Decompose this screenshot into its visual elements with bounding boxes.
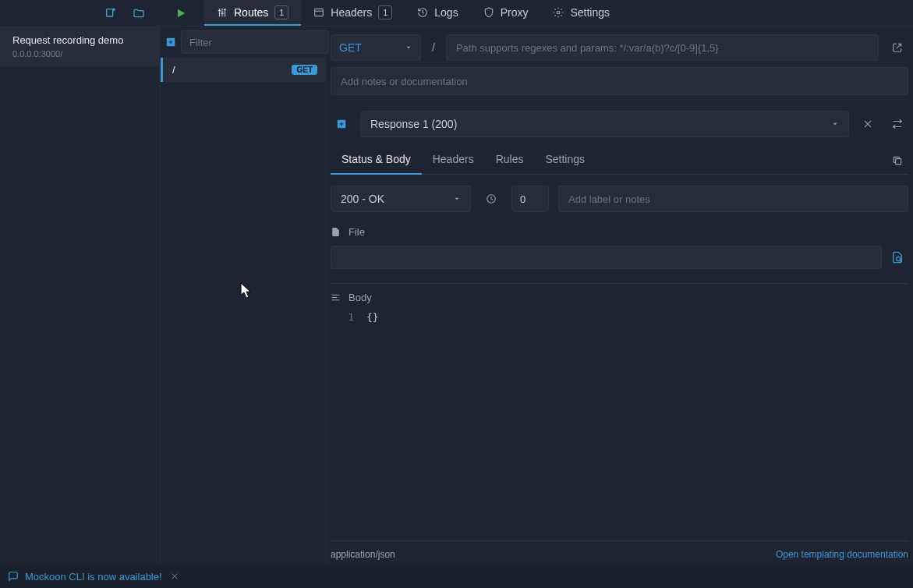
file-row [331, 246, 908, 269]
env-name: Request recording demo [12, 34, 149, 46]
nav-settings[interactable]: Settings [540, 0, 622, 26]
gear-icon [553, 7, 564, 18]
nav-settings-label: Settings [570, 6, 610, 19]
routes-toolbar [161, 27, 325, 58]
shuffle-response-button[interactable] [886, 113, 908, 135]
path-input[interactable] [446, 34, 879, 61]
method-select-value: GET [339, 41, 362, 54]
file-browse-button[interactable] [886, 246, 908, 268]
tab-status-body[interactable]: Status & Body [331, 147, 422, 175]
chevron-down-icon [831, 120, 839, 128]
nav-headers[interactable]: Headers 1 [301, 0, 405, 26]
env-address: 0.0.0.0:3000/ [12, 49, 149, 58]
shield-icon [483, 7, 494, 18]
templating-doc-link[interactable]: Open templating documentation [776, 549, 908, 560]
status-close-button[interactable] [170, 572, 179, 581]
layout-icon [313, 7, 324, 18]
chevron-down-icon [453, 195, 461, 203]
sliders-icon [217, 7, 228, 18]
clock-icon [480, 188, 502, 210]
svg-rect-5 [896, 158, 901, 164]
nav-headers-count: 1 [378, 5, 392, 19]
file-path-input[interactable] [331, 246, 882, 269]
content-type: application/json [331, 549, 395, 560]
svg-point-2 [557, 11, 561, 14]
nav-logs[interactable]: Logs [405, 0, 470, 26]
svg-rect-1 [315, 9, 324, 16]
open-external-button[interactable] [886, 34, 908, 61]
align-left-icon [331, 292, 341, 303]
history-icon [417, 7, 428, 18]
new-env-button[interactable] [97, 0, 125, 26]
top-bar: Routes 1 Headers 1 Logs Proxy Se [0, 0, 913, 27]
route-method-badge: GET [292, 65, 317, 75]
routes-column: / GET [161, 27, 326, 565]
status-row: 200 - OK [331, 186, 908, 212]
response-select-value: Response 1 (200) [370, 118, 457, 130]
nav-proxy[interactable]: Proxy [471, 0, 541, 26]
top-bar-left [0, 0, 195, 26]
body-content: {} [366, 311, 379, 323]
file-section-label: File [331, 226, 908, 238]
response-tabs: Status & Body Headers Rules Settings [331, 147, 908, 175]
play-button[interactable] [167, 0, 195, 26]
tab-settings[interactable]: Settings [534, 147, 596, 175]
tab-headers[interactable]: Headers [422, 147, 485, 175]
editor-gutter: 1 [331, 308, 362, 520]
file-icon [331, 227, 341, 237]
route-path: / [172, 64, 175, 76]
top-nav: Routes 1 Headers 1 Logs Proxy Se [204, 0, 622, 26]
editor-code[interactable]: {} [362, 308, 379, 520]
route-header: GET / [331, 34, 908, 61]
nav-routes-label: Routes [234, 6, 268, 19]
main-area: Request recording demo 0.0.0.0:3000/ / G… [0, 27, 913, 565]
delay-input[interactable] [511, 186, 549, 212]
nav-headers-label: Headers [331, 6, 372, 19]
notes-input[interactable] [331, 67, 908, 95]
status-message[interactable]: Mockoon CLI is now available! [8, 571, 162, 583]
body-label: Body [349, 292, 372, 303]
env-item[interactable]: Request recording demo 0.0.0.0:3000/ [0, 27, 160, 66]
nav-routes-count: 1 [274, 5, 288, 19]
line-number: 1 [331, 311, 354, 323]
add-response-button[interactable] [331, 113, 352, 135]
delete-response-button[interactable] [857, 113, 879, 135]
file-label: File [349, 226, 365, 238]
response-select[interactable]: Response 1 (200) [360, 111, 849, 137]
chevron-down-icon [405, 44, 412, 51]
status-select-value: 200 - OK [341, 193, 384, 205]
response-row: Response 1 (200) [331, 111, 908, 137]
status-bar: Mockoon CLI is now available! [0, 565, 913, 588]
route-item[interactable]: / GET [161, 58, 325, 82]
nav-logs-label: Logs [434, 6, 458, 19]
tab-rules[interactable]: Rules [485, 147, 535, 175]
content-footer: application/json Open templating documen… [331, 540, 908, 560]
nav-proxy-label: Proxy [501, 6, 529, 19]
svg-rect-0 [107, 9, 113, 16]
message-icon [8, 571, 19, 582]
copy-button[interactable] [886, 150, 908, 172]
method-select[interactable]: GET [331, 34, 421, 61]
body-editor[interactable]: 1 {} [331, 308, 908, 520]
path-slash: / [429, 41, 438, 54]
status-select[interactable]: 200 - OK [331, 186, 471, 212]
open-folder-button[interactable] [125, 0, 153, 26]
svg-point-7 [897, 257, 901, 260]
environments-sidebar: Request recording demo 0.0.0.0:3000/ [0, 27, 161, 565]
body-section-label: Body [331, 283, 908, 303]
status-message-text: Mockoon CLI is now available! [25, 571, 162, 583]
routes-filter-input[interactable] [181, 30, 329, 54]
response-label-input[interactable] [558, 186, 908, 212]
route-content: GET / Response 1 (200) [326, 27, 913, 565]
nav-routes[interactable]: Routes 1 [204, 0, 301, 26]
add-route-button[interactable] [165, 31, 176, 53]
